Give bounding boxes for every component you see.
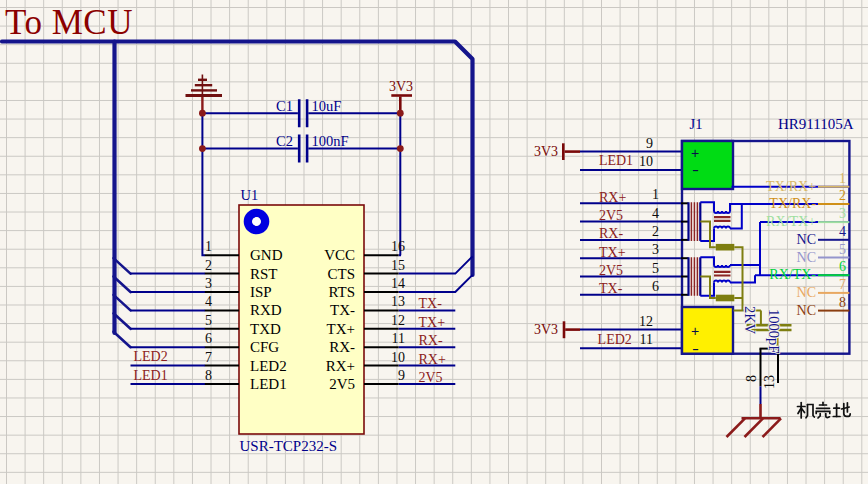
u1-pin11-name: RX-: [295, 340, 355, 355]
yellow-led-plus: +: [691, 324, 699, 338]
c2-value: 100nF: [312, 134, 349, 149]
j1-green-led-box: [682, 141, 733, 189]
j1-tp8-number: 8: [820, 296, 846, 310]
schematic-wiring: [0, 0, 868, 484]
j1-tp5-number: 5: [820, 243, 846, 257]
u1-pin15-name: CTS: [295, 267, 355, 282]
net-label-2v5-j1-a: 2V5: [599, 209, 623, 223]
u1-pin1-number: 1: [205, 240, 212, 254]
u1-designator: U1: [241, 188, 259, 203]
net-label-2v5-j1-b: 2V5: [599, 264, 623, 278]
u1-chip-body: [239, 205, 364, 434]
j1-pin13-number: 13: [763, 375, 777, 389]
net-label-tx-minus-j1: TX-: [599, 282, 622, 296]
net-label-led1: LED1: [134, 369, 168, 383]
u1-pin8-number: 8: [205, 369, 212, 383]
j1-tp1-label: TX/RX+: [746, 180, 816, 194]
u1-pin2-number: 2: [205, 259, 212, 273]
net-label-rx-minus: RX-: [419, 334, 443, 348]
j1-pin1-number: 1: [629, 188, 659, 202]
u1-pin3-name: ISP: [250, 285, 272, 300]
j1-pin3-number: 3: [629, 243, 659, 257]
net-label-led2: LED2: [134, 350, 168, 364]
u1-pin9-name: 2V5: [295, 377, 355, 392]
net-label-tx-plus-j1: TX+: [599, 246, 626, 260]
net-label-2v5: 2V5: [419, 371, 443, 385]
u1-pin10-number: 10: [375, 351, 405, 365]
j1-pin6-number: 6: [629, 280, 659, 294]
ground-symbol: [186, 75, 223, 111]
power-3v3-symbol-j1-bottom: [564, 321, 580, 338]
j1-tp2-number: 2: [820, 189, 846, 203]
net-label-led1-j1: LED1: [599, 154, 633, 168]
c1-value: 10uF: [312, 99, 342, 114]
j1-tp7-label: NC: [746, 286, 816, 300]
u1-pin4-number: 4: [205, 295, 212, 309]
j1-yellow-led-box: [682, 307, 733, 354]
shield-cap-voltage: 2KV: [743, 306, 758, 334]
u1-pin10-name: RX+: [295, 359, 355, 374]
u1-pin13-name: TX-: [295, 303, 355, 318]
chassis-ground-symbol: [727, 404, 782, 437]
c2-ref: C2: [276, 134, 293, 149]
j1-pin5-number: 5: [629, 262, 659, 276]
green-led-plus: +: [691, 146, 699, 160]
schematic-canvas: To MCU C1 10uF C2 100nF 3V3 U1 USR-TCP23…: [0, 0, 868, 484]
power-3v3-symbol-top: [391, 96, 412, 113]
net-label-tx-plus: TX+: [419, 316, 446, 330]
u1-pin8-name: LED1: [250, 377, 287, 392]
j1-pin9-number: 9: [613, 137, 653, 151]
j1-tp5-label: NC: [746, 251, 816, 265]
yellow-led-minus: -: [692, 342, 699, 356]
resistor-2: [716, 295, 735, 302]
u1-pin12-number: 12: [375, 314, 405, 328]
power-3v3-label-top: 3V3: [389, 80, 413, 94]
j1-part: HR911105A: [778, 117, 854, 132]
u1-pin6-name: CFG: [250, 340, 279, 355]
j1-pin4-number: 4: [629, 207, 659, 221]
shield-cap-value: 1000pF: [767, 309, 782, 353]
power-3v3-label-j1-top: 3V3: [534, 145, 558, 159]
j1-tp3-number: 3: [820, 207, 846, 221]
u1-pin14-number: 14: [375, 277, 405, 291]
j1-tp6-label: RX/TX-: [746, 268, 816, 282]
net-label-rx-plus: RX+: [419, 353, 446, 367]
sheet-title: To MCU: [5, 5, 133, 40]
u1-pin15-number: 15: [375, 259, 405, 273]
u1-pin6-number: 6: [205, 332, 212, 346]
j1-pin12-number: 12: [613, 315, 653, 329]
j1-tp4-label: NC: [746, 233, 816, 247]
u1-pin7-name: LED2: [250, 359, 287, 374]
u1-pin11-number: 11: [375, 332, 405, 346]
j1-tp7-number: 7: [820, 278, 846, 292]
power-3v3-label-j1-bottom: 3V3: [534, 323, 558, 337]
j1-tp4-number: 4: [820, 225, 846, 239]
u1-pin16-name: VCC: [295, 248, 355, 263]
j1-tp2-label: TX/RX-: [746, 197, 816, 211]
u1-pin3-number: 3: [205, 277, 212, 291]
net-label-led2-j1: LED2: [598, 333, 632, 347]
net-label-tx-minus: TX-: [419, 297, 442, 311]
net-label-rx-plus-j1: RX+: [599, 191, 626, 205]
u1-pin7-number: 7: [205, 351, 212, 365]
j1-pin2-number: 2: [629, 225, 659, 239]
net-label-rx-minus-j1: RX-: [599, 227, 623, 241]
u1-pin5-number: 5: [205, 314, 212, 328]
chassis-ground-label: 机壳地: [796, 401, 852, 421]
u1-pin4-name: RXD: [250, 303, 282, 318]
j1-pin8-number: 8: [745, 375, 759, 382]
u1-pin14-name: RTS: [295, 285, 355, 300]
u1-pin9-number: 9: [375, 369, 405, 383]
u1-pin2-name: RST: [250, 267, 278, 282]
junction-dots: [199, 110, 404, 152]
u1-pin16-number: 16: [375, 240, 405, 254]
resistor-1: [716, 244, 735, 251]
green-led-minus: -: [692, 163, 699, 177]
j1-tp3-label: RX/TX+: [746, 215, 816, 229]
u1-pin5-name: TXD: [250, 322, 281, 337]
u1-pin1-name: GND: [250, 248, 283, 263]
j1-tp6-number: 6: [820, 260, 846, 274]
u1-pin12-name: TX+: [295, 322, 355, 337]
j1-designator: J1: [690, 117, 703, 132]
j1-tp1-number: 1: [820, 172, 846, 186]
